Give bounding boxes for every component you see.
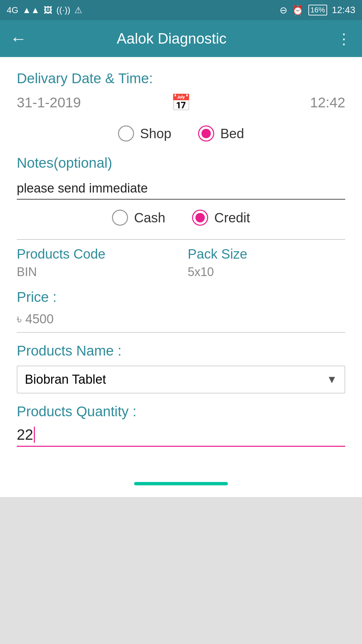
delivery-section-label: Delivary Date & Time: — [17, 70, 345, 87]
notes-input[interactable] — [17, 178, 345, 200]
cursor — [34, 427, 35, 443]
product-code-value: BIN — [17, 265, 174, 279]
bed-radio-option[interactable]: Bed — [198, 125, 244, 142]
notes-section: Notes(optional) — [17, 155, 345, 200]
alarm-icon: ⏰ — [292, 5, 304, 16]
payment-section: Cash Credit — [17, 210, 345, 226]
product-name-value: Biobran Tablet — [25, 372, 106, 387]
wifi-icon: ((·)) — [56, 5, 70, 15]
price-value: ৳ 4500 — [17, 312, 345, 333]
delivery-date: 31-1-2019 — [17, 95, 161, 111]
delivery-type-group: Shop Bed — [17, 125, 345, 142]
bed-radio-circle[interactable] — [198, 125, 214, 142]
price-section: Price : ৳ 4500 — [17, 289, 345, 333]
price-label: Price : — [17, 289, 345, 305]
app-title: Aalok Diagnostic — [40, 30, 303, 47]
product-code-col: Products Code BIN — [17, 247, 174, 279]
cash-radio-circle[interactable] — [112, 210, 128, 226]
divider — [17, 239, 345, 240]
battery-icon: 16% — [308, 5, 327, 15]
credit-radio-option[interactable]: Credit — [192, 210, 250, 226]
pack-size-value: 5x10 — [188, 265, 345, 279]
bottom-bar — [0, 470, 362, 497]
shop-radio-label: Shop — [140, 126, 171, 141]
network-icon: 4G — [7, 5, 18, 15]
product-name-dropdown[interactable]: Biobran Tablet ▼ — [17, 366, 345, 393]
menu-button[interactable]: ⋮ — [337, 30, 352, 47]
shop-radio-option[interactable]: Shop — [118, 125, 171, 142]
cash-radio-label: Cash — [134, 210, 165, 225]
quantity-label: Products Quantity : — [17, 404, 345, 420]
pack-size-label: Pack Size — [188, 247, 345, 262]
image-icon: 🖼 — [44, 5, 52, 15]
dropdown-arrow-icon: ▼ — [326, 373, 337, 386]
shop-radio-circle[interactable] — [118, 125, 134, 142]
product-code-label: Products Code — [17, 247, 174, 262]
signal-icon: ▲▲ — [22, 5, 40, 15]
credit-radio-label: Credit — [214, 210, 250, 225]
status-right-icons: ⊖ ⏰ 16% 12:43 — [280, 5, 355, 16]
payment-type-group: Cash Credit — [17, 210, 345, 226]
product-name-section: Products Name : Biobran Tablet ▼ — [17, 343, 345, 393]
quantity-input-row: 22 — [17, 426, 345, 447]
delivery-time: 12:42 — [201, 95, 345, 111]
bottom-nav-indicator — [134, 482, 228, 485]
clock: 12:43 — [332, 5, 355, 15]
calendar-icon[interactable]: 📅 — [171, 93, 191, 112]
warning-icon: ⚠ — [74, 5, 82, 15]
product-name-label: Products Name : — [17, 343, 345, 359]
credit-radio-circle[interactable] — [192, 210, 208, 226]
back-button[interactable]: ← — [10, 29, 27, 48]
main-content: Delivary Date & Time: 31-1-2019 📅 12:42 … — [0, 57, 362, 470]
cash-radio-option[interactable]: Cash — [112, 210, 165, 226]
app-bar: ← Aalok Diagnostic ⋮ — [0, 20, 362, 57]
products-grid: Products Code BIN Pack Size 5x10 — [17, 247, 345, 279]
do-not-disturb-icon: ⊖ — [280, 5, 287, 16]
quantity-section: Products Quantity : 22 — [17, 404, 345, 447]
bed-radio-label: Bed — [220, 126, 244, 141]
notes-label: Notes(optional) — [17, 155, 345, 171]
quantity-value[interactable]: 22 — [17, 426, 33, 443]
status-bar: 4G ▲▲ 🖼 ((·)) ⚠ ⊖ ⏰ 16% 12:43 — [0, 0, 362, 20]
datetime-row: 31-1-2019 📅 12:42 — [17, 93, 345, 112]
status-left-icons: 4G ▲▲ 🖼 ((·)) ⚠ — [7, 5, 82, 15]
pack-size-col: Pack Size 5x10 — [188, 247, 345, 279]
